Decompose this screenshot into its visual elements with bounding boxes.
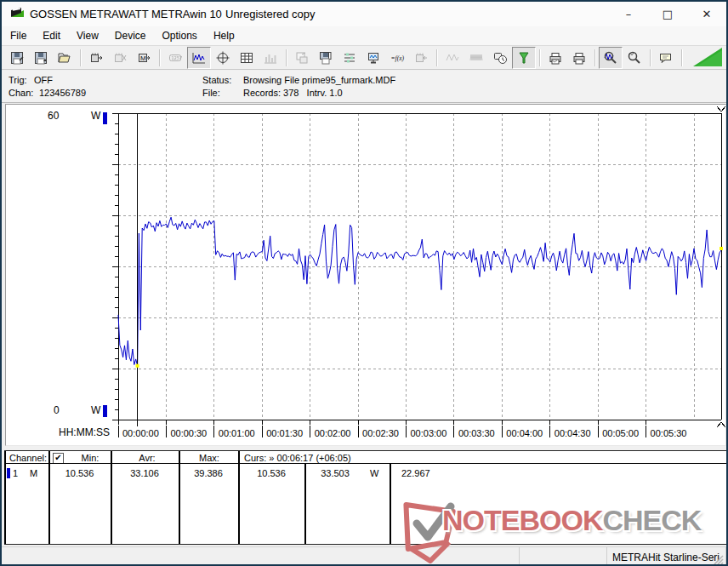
toolbar-separator [646,49,654,67]
table-header-divider [4,463,727,464]
row-avr-value: 33.106 [111,468,179,478]
table-line [111,451,112,544]
col-header-channel: Channel: [9,453,47,463]
measurement-info-strip: Trig: OFF Chan: 123456789 Status: Browsi… [2,71,726,103]
status-value: Browsing File prime95_furmark.MDF [243,75,395,85]
title-note: Unregistered copy [225,8,316,20]
x-tick-label-10: 00:05:00 [602,428,639,438]
x-tick-label-7: 00:03:30 [458,428,495,438]
menu-item-options[interactable]: Options [155,27,205,44]
file-value: Records: 378 Intrv. 1.0 [243,88,343,98]
toolbar-corner-triangle-icon [693,48,722,66]
maximize-button[interactable]: □ [648,2,687,26]
row-cursor2-unit: W [370,468,378,478]
app-window: GOSSEN METRAWATT METRAwin 10 Unregistere… [0,0,728,566]
channel-color-marker [7,468,10,478]
svg-text:=f(x): =f(x) [391,54,405,62]
menu-item-help[interactable]: Help [206,27,242,44]
store-to-disk-button[interactable] [314,47,338,69]
close-button[interactable]: ✕ [687,2,726,26]
toolbar: M1257=f(x) [2,45,726,70]
toolbar-separator [591,49,599,67]
resize-grip[interactable] [713,554,724,565]
export-window-button [290,47,314,69]
analog-signal-button [441,47,464,69]
status-label: Status: [202,75,231,85]
trigger-button[interactable] [512,47,536,69]
y-axis-max-label: 60 [48,110,59,122]
app-logo-icon [10,7,25,21]
trig-value: OFF [34,75,53,85]
power-trace-channel1 [118,217,721,366]
zoom-curve-button[interactable] [599,47,623,69]
x-tick-label-2: 00:01:00 [219,428,255,438]
status-section-left [2,547,520,566]
status-section-middle [520,547,607,566]
digital-signal-button [464,47,488,69]
cursor-view-button[interactable] [211,47,235,69]
toolbar-separator [77,49,84,67]
row-min-value: 10.536 [48,468,111,478]
device-name-text: METRAHit Starline-Seri [612,552,719,563]
statistics-table: Channel: ✔ Min: Avr: Max: Curs: » 00:06:… [4,450,727,545]
chart-view-button[interactable] [187,47,211,69]
toolbar-separator [433,49,441,67]
open-file-button[interactable] [53,47,77,69]
table-line [238,451,240,544]
x-tick-label-5: 00:02:30 [362,428,399,438]
formula-button[interactable]: =f(x) [385,47,409,69]
svg-text:M: M [140,54,146,62]
title-product: METRAwin 10 [151,8,222,20]
x-tick-label-6: 00:03:00 [411,428,447,438]
x-tick-label-1: 00:00:30 [170,428,207,438]
chan-label: Chan: [9,88,33,98]
x-tick-label-9: 00:04:30 [555,428,591,438]
y-axis-unit-bottom: W [91,404,100,416]
y-axis-bottom-channel-marker [103,405,107,417]
print-button[interactable] [567,47,591,69]
x-tick-label-11: 00:05:30 [651,428,687,438]
menu-item-file[interactable]: File [3,27,34,44]
x-tick-label-4: 00:02:00 [315,428,351,438]
read-meter-button[interactable]: M [132,47,156,69]
col-header-max: Max: [190,453,229,463]
histogram-view-button [259,47,282,69]
minimize-button[interactable]: – [609,2,648,26]
clear-device-memory-button [108,47,132,69]
print-report-button[interactable] [543,47,567,69]
zoom-select-button[interactable] [623,47,646,69]
status-section-device: METRAHit Starline-Seri [607,547,726,566]
menu-item-device[interactable]: Device [107,27,154,44]
read-device-memory-button[interactable] [84,47,108,69]
row-channel-number: 1 [13,468,18,478]
col-header-min: Min: [71,453,110,463]
menu-bar: FileEditViewDeviceOptionsHelp [2,26,726,45]
toolbar-separator [678,49,685,67]
title-bar: GOSSEN METRAWATT METRAwin 10 Unregistere… [2,2,726,26]
table-line [48,451,50,544]
tooltip-help-button[interactable] [654,47,678,69]
channel-setup-button[interactable] [338,47,361,69]
numeric-display-button: 1257 [163,47,187,69]
save-as-button[interactable] [29,47,53,69]
table-line [304,464,306,544]
menu-item-view[interactable]: View [69,27,106,44]
status-bar: METRAHit Starline-Seri [2,546,726,566]
time-measure-button[interactable] [488,47,512,69]
title-app: GOSSEN METRAWATT [30,8,149,20]
menu-item-edit[interactable]: Edit [35,27,68,44]
table-view-button[interactable] [235,47,259,69]
x-tick-label-8: 00:04:00 [506,428,543,438]
cursor2-marker [719,247,723,250]
table-left-border [4,451,6,544]
y-axis-unit-top: W [91,110,100,122]
x-tick-label-0: 00:00:00 [122,428,159,438]
pc-connection-button[interactable] [361,47,385,69]
trig-label: Trig: [9,75,27,85]
power-trend-chart[interactable] [6,105,725,445]
col-header-avr: Avr: [128,453,167,463]
save-file-button[interactable] [5,47,29,69]
y-axis-top-channel-marker [103,112,107,124]
chart-panel: 60 W 0 W HH:MM:SS 00:00:0000:00:3000:01:… [5,104,726,446]
file-label: File: [202,88,220,98]
